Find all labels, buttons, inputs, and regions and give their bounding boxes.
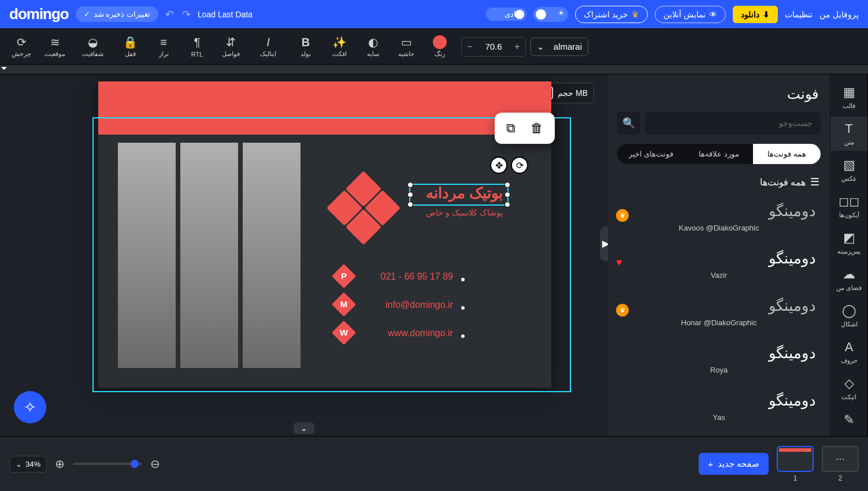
photo-2[interactable] [180, 143, 238, 368]
sidebar-item-text[interactable]: Tمتن [830, 117, 867, 151]
border-tool[interactable]: ▭حاشیه [390, 35, 423, 58]
letter-icon: A [830, 340, 867, 355]
eye-icon: 👁 [709, 10, 717, 19]
sidebar-item-background[interactable]: ◩پس‌زمینه [830, 226, 867, 260]
color-tool[interactable]: رنگ [423, 35, 457, 58]
settings-link[interactable]: تنظیمات [785, 10, 813, 19]
thumb-number: 2 [839, 474, 843, 482]
text-selection-box[interactable] [409, 184, 509, 206]
photo-1[interactable] [118, 143, 176, 368]
magic-fab[interactable]: ✧ [14, 391, 46, 423]
rotate-icon: ⟳ [5, 35, 38, 49]
font-item[interactable]: دومینگو Roya [608, 337, 830, 385]
theme-toggle[interactable]: ☀ [533, 7, 568, 22]
lock-tool[interactable]: 🔒قفل [113, 35, 147, 58]
rtl-tool[interactable]: ¶RTL [180, 36, 214, 58]
search-icon: 🔍 [622, 117, 635, 129]
website-text[interactable]: www.domingo.ir [388, 328, 453, 339]
sidebar-item-feather[interactable]: ✎ [830, 408, 867, 434]
align-tool[interactable]: ≡تراز [147, 35, 180, 58]
trash-icon[interactable]: 🗑 [531, 121, 543, 136]
font-family-select[interactable]: ⌄ almarai [531, 38, 588, 56]
size-minus-button[interactable]: − [462, 38, 478, 56]
undo-icon[interactable]: ↶ [165, 8, 174, 21]
page-thumb-2[interactable]: ⋯ [822, 446, 859, 472]
chevron-down-icon[interactable]: ⌄ [294, 422, 314, 434]
sidebar-item-shapes[interactable]: ◯اشکال [830, 299, 867, 333]
effect-tool[interactable]: ✨افکت [322, 35, 356, 58]
opacity-tool[interactable]: ◒شفافیت [72, 35, 113, 58]
tab-all[interactable]: همه فونت‌ها [753, 144, 821, 164]
spacing-tool[interactable]: ⇵فواصل [214, 35, 247, 58]
wand-icon: ✧ [24, 399, 36, 416]
image-icon: ▧ [830, 158, 867, 173]
bottom-bar: ⌄34% ⊕ ⊖ +صفحه جدید ⋯ 1 ⋯ 2 [0, 436, 868, 491]
rotate-tool[interactable]: ⟳چرخش [5, 35, 38, 58]
download-icon: ⬇ [763, 10, 770, 19]
font-family-value: almarai [554, 42, 582, 51]
sidebar-item-tag[interactable]: ◇اتیکت [830, 371, 867, 406]
shadow-icon: ◐ [356, 35, 390, 49]
new-page-button[interactable]: +صفحه جدید [699, 453, 769, 475]
text-icon: T [830, 121, 867, 136]
zoom-in-icon[interactable]: ⊕ [55, 457, 65, 471]
photo-strip [118, 143, 301, 368]
font-size-stepper: − 70.6 + [461, 37, 526, 57]
card-subtitle[interactable]: پوشاک کلاسیک و خاص [426, 208, 503, 217]
redo-icon[interactable]: ↷ [182, 8, 191, 21]
sidebar-item-letters[interactable]: Aحروف [830, 335, 867, 369]
font-list: ♛ دومینگو Kavoos @DiakoGraphic ♥ دومینگو… [608, 195, 830, 436]
search-button[interactable]: 🔍 [617, 111, 640, 135]
move-rotate-controls: ✥ ⟳ [490, 157, 528, 174]
size-plus-button[interactable]: + [509, 38, 525, 56]
phone-text[interactable]: 021 - 66 95 17 89 [381, 271, 453, 282]
preview-online-button[interactable]: نمایش آنلاین 👁 [655, 6, 726, 23]
buy-subscription-button[interactable]: خرید اشتراک ♛ [575, 6, 648, 23]
save-status-label: تغییرات ذخیره شد [94, 10, 150, 18]
tab-favorites[interactable]: مورد علاقه‌ها [685, 144, 752, 164]
collapse-panel-button[interactable]: ▶ [600, 226, 608, 261]
sidebar-item-image[interactable]: ▧عکس [830, 153, 867, 187]
photo-3[interactable] [243, 143, 301, 368]
feather-icon: ✎ [830, 412, 867, 427]
shadow-tool[interactable]: ◐سایه [356, 35, 390, 58]
rotate-handle-icon[interactable]: ⟳ [511, 157, 528, 174]
page-thumb-1[interactable]: ⋯ [777, 446, 814, 472]
font-item[interactable]: ♛ دومینگو Honar @DiakoGraphic [608, 290, 830, 337]
font-item[interactable]: ♥ دومینگو Vazir [608, 243, 830, 290]
sidebar-item-icons[interactable]: ◻◻آیکون‌ها [830, 189, 867, 224]
tab-recent[interactable]: فونت‌های اخیر [617, 144, 685, 164]
sidebar-item-template[interactable]: ▦قالب [830, 80, 867, 114]
bold-tool[interactable]: Bبولد [289, 35, 322, 58]
new-page-label: صفحه جدید [718, 459, 759, 469]
download-button[interactable]: دانلود ⬇ [733, 6, 778, 23]
tag-icon: ◇ [830, 376, 867, 391]
canvas-area[interactable]: حجم MB بوتیک مردانه پوشاک کلاسیک و خاص [0, 75, 608, 436]
panel-title: فونت [608, 75, 830, 107]
zoom-slider[interactable] [73, 463, 142, 465]
buy-label: خرید اشتراک [584, 10, 628, 19]
mode-pill[interactable]: عادی [486, 8, 526, 21]
design-canvas[interactable]: بوتیک مردانه پوشاک کلاسیک و خاص 021 - 66… [98, 81, 551, 388]
duplicate-icon[interactable]: ⧉ [506, 121, 515, 136]
sidebar-item-myspace[interactable]: ☁فضای من [830, 262, 867, 296]
list-icon: ☰ [810, 176, 819, 188]
logo-diamonds[interactable] [332, 176, 395, 240]
cloud-icon: ☁ [830, 267, 867, 282]
bold-icon: B [289, 35, 322, 49]
move-icon[interactable]: ✥ [490, 157, 507, 174]
font-item[interactable]: ♛ دومینگو Kavoos @DiakoGraphic [608, 195, 830, 243]
zoom-select[interactable]: ⌄34% [9, 456, 47, 473]
floating-controls: ⧉ 🗑 [495, 113, 555, 144]
zoom-out-icon[interactable]: ⊖ [150, 457, 160, 471]
section-label: همه فونت‌ها [760, 177, 806, 188]
font-item[interactable]: دومینگو Yas [608, 385, 830, 432]
email-text[interactable]: info@domingo.ir [385, 300, 453, 310]
size-value[interactable]: 70.6 [478, 42, 509, 51]
search-input[interactable] [645, 111, 821, 135]
load-last-button[interactable]: Load Last Data [198, 10, 253, 19]
position-tool[interactable]: ≋موقعیت [38, 35, 72, 58]
rtl-icon: ¶ [180, 36, 214, 50]
italic-tool[interactable]: Iایتالیک [247, 35, 289, 58]
profile-link[interactable]: پروفایل من [819, 10, 859, 19]
